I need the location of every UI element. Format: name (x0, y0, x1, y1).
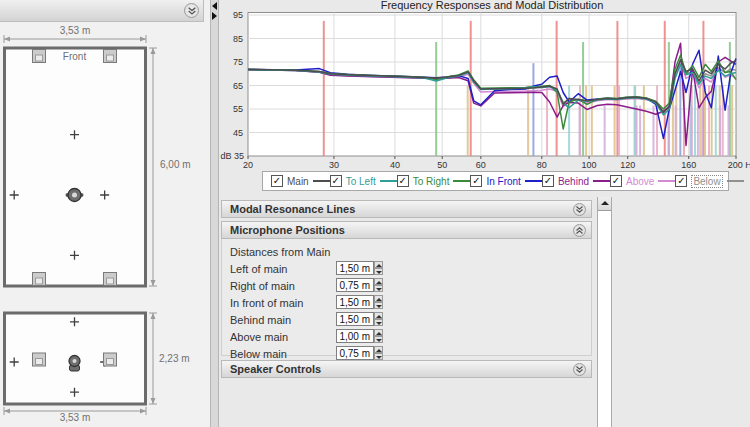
y-axis-tick-label: 75 (233, 57, 243, 67)
panel-title: Microphone Positions (230, 224, 345, 236)
legend-checkbox[interactable]: ✓ (610, 175, 622, 187)
expand-panel-button[interactable] (573, 363, 586, 376)
y-axis-tick-label: 45 (233, 128, 243, 138)
mic-distance-row-behind-main: Behind main1,50 m (222, 312, 591, 329)
legend-checkbox[interactable]: ✓ (542, 175, 554, 187)
x-axis-tick-label: 40 (390, 160, 400, 170)
frequency-response-chart: Frequency Responses and Modal Distributi… (220, 0, 750, 197)
above-main-input[interactable]: 1,00 m (336, 329, 374, 343)
panels-scrollbar[interactable] (597, 197, 612, 427)
above-main-spinner (374, 329, 383, 343)
below-main-spin-up-button[interactable] (374, 346, 383, 353)
y-axis-unit-label: dB 35 (220, 151, 244, 161)
behind-main-input[interactable]: 1,50 m (336, 312, 374, 326)
legend-item-to-left[interactable]: ✓To Left (330, 175, 397, 187)
in-front-of-main-spin-down-button[interactable] (374, 302, 383, 309)
x-axis-tick-label: 200 Hz (728, 160, 750, 170)
legend-item-above[interactable]: ✓Above (610, 175, 675, 187)
x-axis-tick-label: 60 (476, 160, 486, 170)
panel-title: Modal Resonance Lines (230, 203, 355, 215)
splitter-expand-right-icon[interactable] (212, 12, 217, 20)
speaker-controls-header[interactable]: Speaker Controls (221, 360, 592, 378)
legend-label[interactable]: To Left (346, 176, 376, 187)
left-of-main-spin-up-button[interactable] (374, 261, 383, 268)
in-front-of-main-input[interactable]: 1,50 m (336, 295, 374, 309)
legend-item-behind[interactable]: ✓Behind (542, 175, 610, 187)
double-chevron-down-icon (575, 365, 584, 374)
speaker-icon (33, 50, 46, 63)
collapse-room-panel-button[interactable] (184, 3, 199, 18)
room-top-view (5, 48, 146, 286)
legend-line-swatch (313, 180, 330, 182)
x-axis-tick-label: 30 (329, 160, 339, 170)
legend-label[interactable]: Main (287, 176, 309, 187)
x-axis-tick-label: 120 (620, 160, 635, 170)
y-axis-tick-label: 85 (233, 34, 243, 44)
legend-label[interactable]: In Front (486, 176, 520, 187)
legend-item-main[interactable]: ✓Main (271, 175, 330, 187)
below-main-spinner (374, 346, 383, 360)
front-wall-label: Front (63, 51, 87, 62)
legend-item-to-right[interactable]: ✓To Right (397, 175, 471, 187)
dimension-line: 3,53 m (4, 25, 146, 43)
below-main-spin-down-button[interactable] (374, 353, 383, 360)
below-main-input[interactable]: 0,75 m (336, 346, 374, 360)
x-axis-tick-label: 50 (437, 160, 447, 170)
right-of-main-spin-down-button[interactable] (374, 285, 383, 292)
right-of-main-input[interactable]: 0,75 m (336, 278, 374, 292)
dimension-line: 2,23 m (149, 313, 190, 404)
legend-checkbox[interactable]: ✓ (675, 175, 687, 187)
splitter-collapse-left-icon[interactable] (212, 2, 217, 10)
panel-splitter[interactable] (210, 0, 219, 427)
legend-checkbox[interactable]: ✓ (470, 175, 482, 187)
speaker-icon (104, 273, 117, 286)
controls-panel-stack: Modal Resonance Lines Microphone Positio… (221, 197, 593, 427)
mic-distance-row-in-front-of-main: In front of main1,50 m (222, 295, 591, 312)
double-chevron-up-icon (575, 226, 584, 235)
legend-checkbox[interactable]: ✓ (397, 175, 409, 187)
legend-label[interactable]: Behind (558, 176, 589, 187)
x-axis-tick-label: 160 (681, 160, 696, 170)
above-main-label: Above main (230, 331, 288, 343)
legend-item-in-front[interactable]: ✓In Front (470, 175, 541, 187)
legend-label[interactable]: Below (691, 175, 722, 188)
above-main-spin-up-button[interactable] (374, 329, 383, 336)
distances-from-main-label: Distances from Main (230, 246, 330, 258)
room-diagrams: 3,53 m6,00 mFront2,23 m3,53 m (0, 0, 210, 427)
dimension-label: 2,23 m (159, 353, 190, 364)
in-front-of-main-spin-up-button[interactable] (374, 295, 383, 302)
speaker-icon (104, 50, 117, 63)
legend-checkbox[interactable]: ✓ (330, 175, 342, 187)
room-panel-header[interactable] (0, 0, 204, 22)
double-chevron-down-icon (575, 205, 584, 214)
left-of-main-spin-down-button[interactable] (374, 268, 383, 275)
collapse-panel-button[interactable] (573, 224, 586, 237)
in-front-of-main-spinner (374, 295, 383, 309)
legend-item-below[interactable]: ✓Below (675, 175, 743, 188)
x-axis-tick-label: 80 (537, 160, 547, 170)
legend-checkbox[interactable]: ✓ (271, 175, 283, 187)
mic-distance-row-right-of-main: Right of main0,75 m (222, 278, 591, 295)
dimension-label: 3,53 m (60, 25, 91, 36)
legend-line-swatch (453, 180, 470, 182)
behind-main-label: Behind main (230, 314, 291, 326)
legend-label[interactable]: To Right (413, 176, 450, 187)
above-main-spin-down-button[interactable] (374, 336, 383, 343)
legend-line-swatch (380, 180, 397, 182)
left-of-main-label: Left of main (230, 263, 287, 275)
scrollbar-up-button[interactable] (598, 197, 611, 211)
left-of-main-input[interactable]: 1,50 m (336, 261, 374, 275)
behind-main-spin-up-button[interactable] (374, 312, 383, 319)
double-chevron-down-icon (187, 6, 197, 16)
right-of-main-spin-up-button[interactable] (374, 278, 383, 285)
legend-line-swatch (593, 180, 610, 182)
microphone-positions-header[interactable]: Microphone Positions (221, 221, 592, 239)
mic-distance-row-left-of-main: Left of main1,50 m (222, 261, 591, 278)
modal-resonance-lines-header[interactable]: Modal Resonance Lines (221, 200, 592, 218)
legend-label[interactable]: Above (626, 176, 654, 187)
speaker-icon (33, 353, 46, 366)
right-of-main-label: Right of main (230, 280, 295, 292)
behind-main-spin-down-button[interactable] (374, 319, 383, 326)
expand-panel-button[interactable] (573, 203, 586, 216)
y-axis-tick-label: 65 (233, 81, 243, 91)
